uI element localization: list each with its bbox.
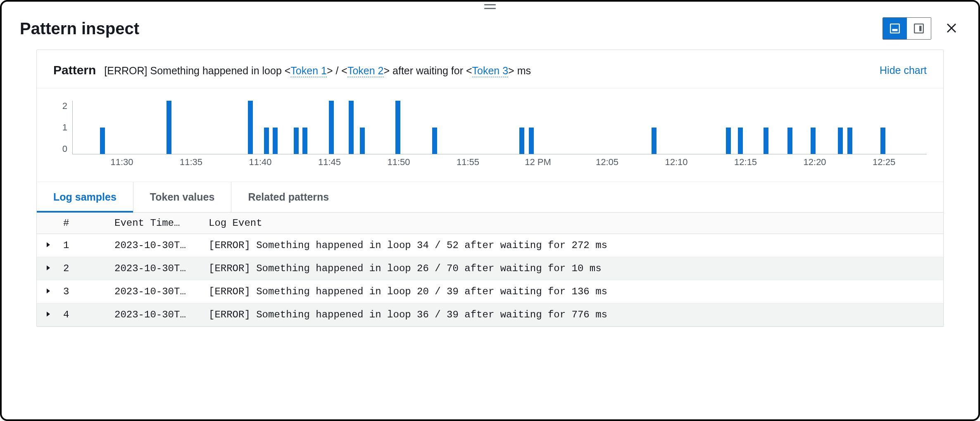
row-number: 3 [63,286,114,297]
view-toggle-group [882,17,931,40]
row-event: [ERROR] Something happened in loop 26 / … [201,263,935,274]
chart-bar[interactable] [847,128,852,154]
chart-bar[interactable] [787,128,792,154]
token-3-link[interactable]: Token 3 [472,65,509,77]
y-tick: 0 [62,144,67,154]
split-horizontal-icon [890,23,900,34]
col-expand-header [45,218,63,229]
caret-right-icon [45,288,52,294]
page-title: Pattern inspect [20,19,139,38]
row-time: 2023-10-30T… [114,309,201,320]
x-tick: 11:45 [318,157,341,168]
table-row[interactable]: 22023-10-30T…[ERROR] Something happened … [37,257,943,280]
col-num-header[interactable]: # [63,218,114,229]
caret-right-icon [45,311,52,317]
tabs: Log samplesToken valuesRelated patterns [37,182,943,213]
header-actions [882,17,960,40]
chart-bar[interactable] [880,128,885,154]
chart-bar[interactable] [273,128,278,154]
pattern-summary: Pattern [ERROR] Something happened in lo… [53,63,531,77]
pattern-label: Pattern [53,63,96,77]
row-time: 2023-10-30T… [114,263,201,274]
x-tick: 12:25 [873,157,895,168]
svg-rect-0 [890,24,899,33]
view-split-horizontal-button[interactable] [883,18,907,39]
pattern-mid1: > / < [327,65,347,76]
chart-bar[interactable] [738,128,743,154]
chart-x-axis: 11:3011:3511:4011:4511:5011:5512 PM12:05… [72,157,927,173]
chart-bar[interactable] [529,128,534,154]
col-time-header[interactable]: Event Time… [114,218,201,229]
view-split-vertical-button[interactable] [907,18,931,39]
chart-plot[interactable] [72,101,927,154]
row-time: 2023-10-30T… [114,240,201,251]
row-time: 2023-10-30T… [114,286,201,297]
chart-bar[interactable] [726,128,731,154]
table-row[interactable]: 32023-10-30T…[ERROR] Something happened … [37,280,943,303]
x-tick: 11:55 [457,157,479,168]
tab-related-patterns[interactable]: Related patterns [231,182,345,212]
x-tick: 12:05 [596,157,618,168]
x-tick: 12:15 [734,157,757,168]
chart-bar[interactable] [360,128,365,154]
chart-bar[interactable] [264,128,269,154]
table-header-row: # Event Time… Log Event [37,213,943,234]
x-tick: 11:40 [249,157,271,168]
chart-bar[interactable] [302,128,307,154]
pattern-text: [ERROR] Something happened in loop <Toke… [104,65,531,77]
pattern-mid2: > after waiting for < [384,65,472,76]
y-tick: 2 [62,101,67,111]
svg-rect-2 [914,24,923,33]
token-2-link[interactable]: Token 2 [347,65,384,77]
table-row[interactable]: 42023-10-30T…[ERROR] Something happened … [37,303,943,326]
pattern-summary-row: Pattern [ERROR] Something happened in lo… [37,50,943,88]
chart-bar[interactable] [349,101,354,154]
chart-bar[interactable] [395,101,400,154]
tab-log-samples[interactable]: Log samples [37,182,133,212]
row-event: [ERROR] Something happened in loop 36 / … [201,309,935,320]
chart-bar[interactable] [432,128,437,154]
svg-rect-1 [892,29,898,31]
x-tick: 12:10 [665,157,688,168]
pattern-prefix: [ERROR] Something happened in loop < [104,65,290,76]
chart-bar[interactable] [100,128,105,154]
caret-right-icon [45,265,52,271]
x-tick: 12:20 [804,157,826,168]
close-icon [945,22,958,34]
chart-bar[interactable] [652,128,657,154]
tab-token-values[interactable]: Token values [133,182,232,212]
close-button[interactable] [943,19,960,38]
expand-toggle[interactable] [45,241,63,250]
chart-y-axis: 210 [53,101,72,154]
pattern-panel: Pattern [ERROR] Something happened in lo… [36,50,944,327]
chart-bar[interactable] [764,128,768,154]
chart-area: 210 11:3011:3511:4011:4511:5011:5512 PM1… [37,88,943,182]
token-1-link[interactable]: Token 1 [290,65,327,77]
chart-bar[interactable] [167,101,171,154]
chart-bar[interactable] [519,128,524,154]
chart-bar[interactable] [838,128,843,154]
chart-bar[interactable] [329,101,334,154]
row-event: [ERROR] Something happened in loop 20 / … [201,286,935,297]
expand-toggle[interactable] [45,311,63,319]
chart-bar[interactable] [248,101,253,154]
y-tick: 1 [62,122,67,133]
chart-bar[interactable] [811,128,816,154]
pattern-suffix: > ms [508,65,531,76]
x-tick: 11:30 [110,157,133,168]
drag-handle[interactable] [484,4,496,9]
table-body: 12023-10-30T…[ERROR] Something happened … [37,234,943,326]
chart-bar[interactable] [294,128,299,154]
x-tick: 11:50 [387,157,410,168]
x-tick: 12 PM [525,157,551,168]
expand-toggle[interactable] [45,288,63,296]
row-number: 4 [63,309,114,320]
x-tick: 11:35 [180,157,202,168]
split-vertical-icon [913,23,924,34]
col-event-header[interactable]: Log Event [201,218,935,229]
expand-toggle[interactable] [45,265,63,273]
caret-right-icon [45,241,52,248]
table-row[interactable]: 12023-10-30T…[ERROR] Something happened … [37,234,943,257]
hide-chart-link[interactable]: Hide chart [880,64,927,76]
svg-rect-3 [919,26,921,31]
